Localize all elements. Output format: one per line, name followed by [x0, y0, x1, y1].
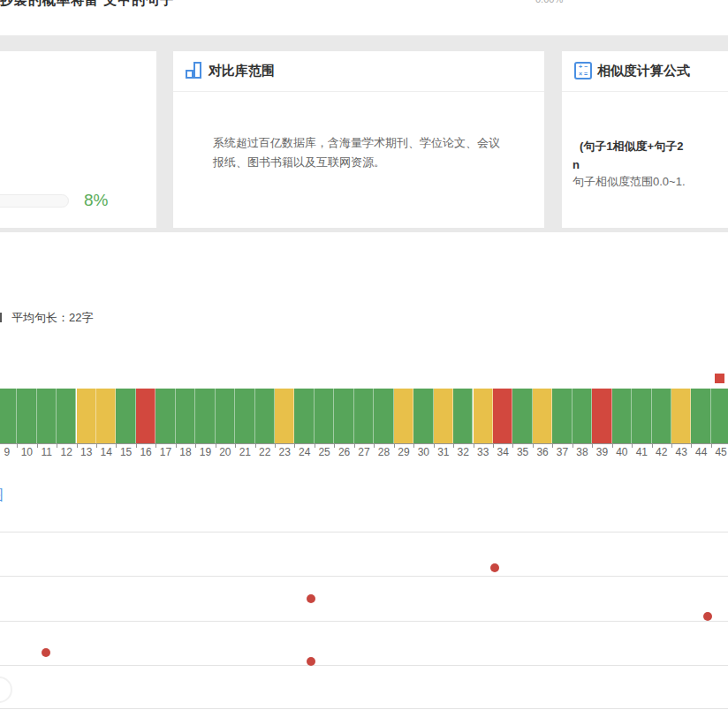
- clipped-topright-text: 0.00%: [535, 0, 588, 4]
- bar-label: 18: [175, 446, 195, 458]
- red-legend-marker: [715, 374, 724, 383]
- bar-label: 29: [393, 446, 413, 458]
- bar-label: 12: [57, 446, 77, 458]
- bar-label: 14: [96, 446, 117, 458]
- bar-label: 36: [533, 446, 553, 458]
- sentence-bar[interactable]: [96, 389, 116, 443]
- bar-label: 26: [334, 446, 354, 458]
- sentence-bar[interactable]: [374, 389, 393, 443]
- bar-chart-icon: [186, 62, 203, 79]
- scatter-gridline: [0, 621, 728, 622]
- sentence-bar[interactable]: [57, 389, 76, 443]
- bar-label: 17: [155, 446, 176, 458]
- bar-label: 11: [36, 446, 57, 458]
- sentence-bar[interactable]: [691, 389, 710, 443]
- database-scope-body: 系统超过百亿数据库，含海量学术期刊、学位论文、会议报纸、图书书籍以及互联网资源。: [213, 133, 509, 172]
- formula-title: 相似度计算公式: [597, 63, 690, 79]
- scatter-gridline: [0, 532, 728, 532]
- scatter-point[interactable]: [490, 563, 499, 572]
- formula-line1: (句子1相似度+句子2: [580, 139, 683, 155]
- bar-label: 34: [493, 446, 513, 458]
- bar-label: 42: [651, 446, 671, 458]
- sentence-bar[interactable]: [434, 389, 453, 443]
- bar-label: 9: [0, 446, 17, 458]
- bar-label: 37: [552, 446, 573, 458]
- bar-label: 21: [235, 446, 255, 458]
- formula-card: + − × = 相似度计算公式 (句子1相似度+句子2 n 句子相似度范围0.0…: [562, 51, 728, 228]
- bar-label: 33: [473, 446, 493, 458]
- sentence-bar[interactable]: [354, 389, 374, 443]
- sentence-bar[interactable]: [671, 389, 691, 443]
- scatter-gridline: [0, 576, 728, 577]
- bar-label: 22: [254, 446, 275, 458]
- sentence-bar[interactable]: [413, 389, 433, 443]
- bar-label: 15: [116, 446, 136, 458]
- bar-label: 23: [275, 446, 295, 458]
- sentence-bar[interactable]: [552, 389, 572, 443]
- sentence-bar[interactable]: [493, 389, 512, 443]
- bar-label: 10: [17, 446, 37, 458]
- bar-label: 16: [136, 446, 156, 458]
- bar-label: 44: [691, 446, 711, 458]
- sentence-bar[interactable]: [334, 389, 353, 443]
- calculator-icon: + − × =: [574, 62, 592, 79]
- clipped-section-icon: 图: [0, 487, 5, 505]
- sentence-bar[interactable]: [136, 389, 155, 443]
- clipped-page-heading: 抄袭的概率将留 文中的句子: [0, 0, 230, 8]
- database-scope-title: 对比库范围: [209, 63, 275, 79]
- clipped-text-sliver: [0, 313, 2, 322]
- clipped-page-heading-text: 抄袭的概率将留 文中的句子: [0, 0, 230, 8]
- sentence-bar[interactable]: [155, 389, 175, 443]
- sentence-bar[interactable]: [652, 389, 671, 443]
- sentence-bar[interactable]: [453, 389, 473, 443]
- formula-line3: 句子相似度范围0.0~1.: [573, 174, 686, 190]
- sentence-bar[interactable]: [592, 389, 611, 443]
- sentence-bar[interactable]: [235, 389, 254, 443]
- sentence-bar[interactable]: [275, 389, 294, 443]
- sentence-bar[interactable]: [17, 389, 36, 443]
- bar-label: 24: [294, 446, 315, 458]
- scatter-point[interactable]: [42, 648, 50, 657]
- similarity-value: 8%: [84, 191, 108, 210]
- formula-card-header: + − × = 相似度计算公式: [562, 51, 728, 92]
- sentence-bar[interactable]: [77, 389, 96, 443]
- bar-label: 43: [671, 446, 692, 458]
- bar-label: 25: [315, 446, 335, 458]
- scatter-point[interactable]: [307, 594, 315, 603]
- scatter-gridline: [0, 665, 728, 666]
- sentence-bar[interactable]: [294, 389, 314, 443]
- sentence-bar[interactable]: [176, 389, 195, 443]
- bar-chart-axis: [0, 443, 728, 444]
- bar-label: 41: [632, 446, 652, 458]
- sentence-bar[interactable]: [37, 389, 57, 443]
- scatter-point[interactable]: [307, 657, 315, 666]
- sentence-bar[interactable]: [512, 389, 532, 443]
- bar-label: 13: [76, 446, 96, 458]
- similarity-card: 8%: [0, 51, 156, 228]
- sentence-bar[interactable]: [711, 389, 728, 443]
- sentence-bar[interactable]: [573, 389, 592, 443]
- sentence-bar[interactable]: [632, 389, 651, 443]
- sentence-bar[interactable]: [394, 389, 413, 443]
- scatter-point[interactable]: [703, 612, 712, 621]
- sentence-bar[interactable]: [216, 389, 235, 443]
- sentence-bar[interactable]: [533, 389, 552, 443]
- bar-label: 45: [711, 446, 728, 458]
- sentence-bar[interactable]: [195, 389, 215, 443]
- database-scope-card-header: 对比库范围: [173, 51, 544, 92]
- sentence-bar[interactable]: [255, 389, 275, 443]
- sentence-bar[interactable]: [612, 389, 632, 443]
- bar-label: 31: [433, 446, 453, 458]
- bar-label: 27: [354, 446, 375, 458]
- sentence-bar[interactable]: [474, 389, 493, 443]
- bar-label: 40: [611, 446, 632, 458]
- bar-label: 32: [453, 446, 474, 458]
- bar-label: 30: [413, 446, 434, 458]
- bar-label: 35: [512, 446, 533, 458]
- sentence-bar[interactable]: [0, 389, 17, 443]
- sentence-bar[interactable]: [116, 389, 135, 443]
- sentence-bar[interactable]: [315, 389, 334, 443]
- formula-line2: n: [573, 158, 580, 171]
- similarity-progress-bar: [0, 194, 69, 208]
- scatter-gridline: [0, 708, 728, 709]
